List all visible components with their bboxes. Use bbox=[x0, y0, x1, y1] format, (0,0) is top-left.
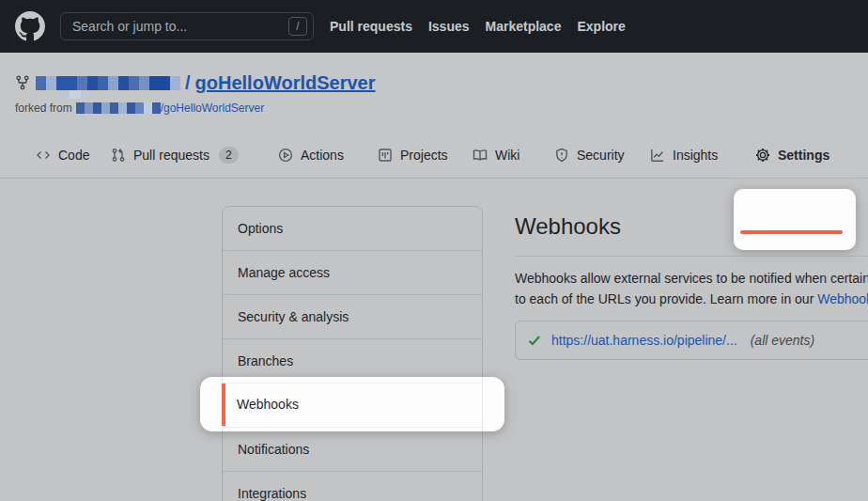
tab-pull-requests[interactable]: Pull requests 2 bbox=[111, 143, 239, 167]
slash-shortcut-key: / bbox=[288, 17, 307, 36]
search-placeholder: Search or jump to... bbox=[72, 19, 288, 34]
webhooks-description: Webhooks allow external services to be n… bbox=[515, 269, 868, 309]
webhook-url-link[interactable]: https://uat.harness.io/pipeline/... bbox=[551, 333, 737, 348]
webhooks-guide-link[interactable]: Webhooks Guide bbox=[817, 291, 868, 306]
tab-wiki[interactable]: Wiki bbox=[473, 143, 519, 167]
sidebar-item-integrations[interactable]: Integrations bbox=[223, 472, 482, 501]
tab-actions[interactable]: Actions bbox=[278, 143, 344, 167]
search-input[interactable]: Search or jump to... / bbox=[60, 12, 314, 40]
active-item-indicator bbox=[222, 384, 225, 426]
repo-title: / goHelloWorldServer bbox=[15, 73, 375, 92]
repo-title-separator: / bbox=[185, 72, 191, 94]
description-line-1: Webhooks allow external services to be n… bbox=[515, 269, 868, 290]
repo-name-link[interactable]: goHelloWorldServer bbox=[195, 72, 376, 94]
github-logo-icon[interactable] bbox=[15, 11, 45, 41]
heading-divider bbox=[515, 256, 868, 257]
tab-security[interactable]: Security bbox=[554, 143, 625, 167]
webhook-list-item: https://uat.harness.io/pipeline/... (all… bbox=[515, 321, 868, 360]
sidebar-item-notifications[interactable]: Notifications bbox=[223, 428, 482, 472]
gear-icon bbox=[755, 148, 770, 163]
active-tab-underline bbox=[740, 230, 843, 234]
sidebar-item-security-analysis[interactable]: Security & analysis bbox=[223, 295, 482, 339]
description-line-2: to each of the URLs you provide. Learn m… bbox=[515, 290, 868, 310]
forked-from-label: forked from bbox=[15, 102, 72, 115]
sidebar-item-manage-access[interactable]: Manage access bbox=[223, 251, 482, 295]
row-divider-bottom bbox=[222, 427, 482, 428]
redacted-owner-blur-artifact bbox=[58, 90, 92, 99]
settings-tab-spotlight bbox=[734, 189, 856, 250]
nav-issues[interactable]: Issues bbox=[428, 19, 470, 34]
tab-insights[interactable]: Insights bbox=[650, 143, 718, 167]
forked-from-line: forked from /goHelloWorldServer bbox=[15, 102, 264, 115]
settings-sidebar: Options Manage access Security & analysi… bbox=[222, 206, 483, 501]
tab-settings[interactable]: Settings bbox=[755, 143, 829, 167]
check-icon bbox=[527, 333, 542, 348]
global-nav: Pull requests Issues Marketplace Explore bbox=[330, 19, 626, 34]
pull-requests-count-badge: 2 bbox=[219, 147, 239, 164]
redacted-owner-name bbox=[36, 76, 180, 90]
sidebar-item-options[interactable]: Options bbox=[223, 207, 482, 251]
webhook-events-scope: (all events) bbox=[751, 333, 814, 348]
sidebar-border-right bbox=[482, 377, 483, 431]
webhooks-item-spotlight[interactable]: Webhooks bbox=[200, 377, 504, 431]
sidebar-item-webhooks-active[interactable]: Webhooks bbox=[237, 383, 299, 427]
nav-pull-requests[interactable]: Pull requests bbox=[330, 19, 412, 34]
repo-header: / goHelloWorldServer forked from /goHell… bbox=[0, 53, 868, 179]
redacted-upstream-owner bbox=[76, 102, 161, 114]
repo-forked-icon bbox=[15, 75, 30, 90]
upstream-repo-link[interactable]: /goHelloWorldServer bbox=[161, 102, 265, 115]
app-header: Search or jump to... / Pull requests Iss… bbox=[0, 0, 868, 53]
tab-projects[interactable]: Projects bbox=[378, 143, 448, 167]
nav-marketplace[interactable]: Marketplace bbox=[486, 19, 562, 34]
tab-code[interactable]: Code bbox=[36, 143, 89, 167]
nav-explore[interactable]: Explore bbox=[577, 19, 625, 34]
